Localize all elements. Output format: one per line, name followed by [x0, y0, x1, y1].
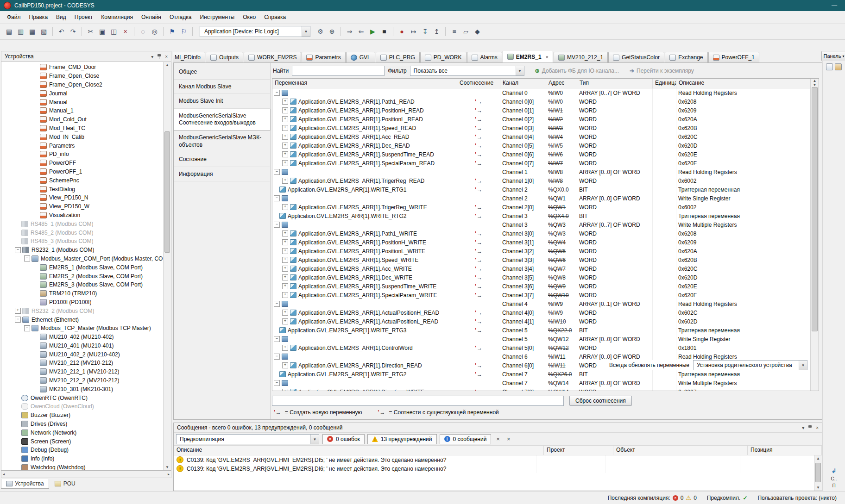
menu-project[interactable]: Проект [70, 12, 97, 22]
panel-menu-icon[interactable]: ▾ [151, 54, 153, 59]
expand-toggle[interactable]: + [282, 99, 288, 105]
mapping-variable-row[interactable]: +Application.GVL.EM2RS_ARR[1].Speed_WRIT… [272, 255, 811, 264]
message-row[interactable]: !C0139: Код 'GVL.EM2RS_ARR[GVL.HMI_EM2RS… [174, 455, 814, 464]
tree-item[interactable]: SchemePnc [3, 176, 163, 185]
scroll-up-icon[interactable]: ▲ [164, 63, 171, 67]
tree-item[interactable]: EM2RS_3 (Modbus Slave, COM Port) [3, 280, 163, 289]
mapping-variable-row[interactable]: +Application.GVL.EM2RS_ARR[1].Path1_READ… [272, 97, 811, 106]
filter-combo[interactable]: Показать все ▾ [410, 66, 524, 76]
reset-mapping-button[interactable]: Сброс соотнесения [569, 396, 632, 406]
save-project-icon[interactable]: ▦ [27, 26, 38, 37]
redo-icon[interactable]: ↷ [68, 26, 78, 37]
scroll-down-icon[interactable]: ▼ [814, 485, 822, 490]
expand-toggle[interactable]: + [282, 310, 288, 316]
menu-tools[interactable]: Инструменты [195, 12, 239, 22]
editor-page-item[interactable]: ModbusGenericSerialSlave Соотнесение вхо… [174, 109, 271, 131]
warnings-filter-button[interactable]: !13 предупреждений [367, 434, 437, 444]
expand-toggle[interactable]: + [282, 362, 288, 368]
tree-item[interactable]: TestDialog [3, 185, 163, 193]
scroll-right-icon[interactable]: ▸ [168, 472, 170, 476]
undo-icon[interactable]: ↶ [56, 26, 67, 37]
options-icon[interactable]: ◆ [472, 26, 483, 37]
mapping-variable-row[interactable]: +Application.GVL.EM2RS_ARR[1].PositionH_… [272, 238, 811, 247]
tree-item[interactable]: Visualization [3, 211, 163, 220]
scrollbar-thumb[interactable] [164, 131, 170, 253]
active-application-combo[interactable]: Application [Device: Plc Logic]▾ [200, 26, 310, 37]
mapping-channel-row[interactable]: −Channel 5%QW12ARRAY [0..0] OF WORDWrite… [272, 335, 811, 343]
editor-page-item[interactable]: Общее [174, 65, 270, 80]
tree-item[interactable]: MK210_301 (MK210-301) [3, 385, 163, 393]
replace-icon[interactable]: ◎ [149, 26, 160, 37]
tree-item[interactable]: −Ethernet (Ethernet) [3, 315, 163, 324]
add-fb-button[interactable]: ⊕ Добавить ФБ для IO-канала... [535, 68, 619, 74]
tree-item[interactable]: Screen (Screen) [3, 437, 163, 446]
tree-item[interactable]: PD100I (PD100I) [3, 298, 163, 307]
tree-item[interactable]: Buzzer (Buzzer) [3, 411, 163, 420]
tree-item[interactable]: Frame_CMD_Door [3, 63, 163, 72]
mapping-variable-row[interactable]: +Application.GVL.EM2RS_ARR[1].Path1_WRIT… [272, 229, 811, 238]
paste-icon[interactable]: ◫ [108, 26, 119, 37]
expand-toggle[interactable]: + [282, 266, 288, 272]
expand-toggle[interactable]: + [282, 248, 288, 254]
editor-tab[interactable]: GetStatusColor [608, 52, 664, 62]
scroll-down-icon[interactable]: ▼ [164, 465, 171, 469]
step-out-icon[interactable]: ↥ [431, 26, 442, 37]
editor-tab[interactable]: Exchange [665, 52, 707, 62]
delete-icon[interactable]: × [120, 26, 131, 37]
mapping-variable-row[interactable]: +Application.GVL.EM2RS_ARR[1].Dec_WRITE→… [272, 273, 811, 282]
tree-item[interactable]: PD_info [3, 150, 163, 159]
find-input[interactable] [292, 66, 385, 76]
tree-item[interactable]: MU210_401 (MU210-401) [3, 342, 163, 350]
scroll-up-icon[interactable]: ▲ [814, 456, 822, 460]
menu-window[interactable]: Окно [239, 12, 260, 22]
expand-toggle[interactable]: + [282, 239, 288, 245]
editor-page-item[interactable]: Канал Modbus Slave [174, 80, 270, 94]
mapping-variable-row[interactable]: +Application.GVL.EM2RS_ARR[1].ActualPosi… [272, 308, 811, 317]
mapping-variable-row[interactable]: Application.GVL.EM2RS_ARR[1].WRITE_RTG2→… [272, 370, 811, 379]
expand-toggle[interactable]: + [282, 125, 288, 131]
editor-tab[interactable]: MI_PDinfo [173, 52, 205, 62]
expand-toggle[interactable]: + [282, 274, 288, 280]
mapping-channel-row[interactable]: −Channel 4%IW9ARRAY [0..1] OF WORDRead H… [272, 299, 811, 308]
editor-page-item[interactable]: ModbusGenericSerialSlave МЭК-объектов [174, 131, 270, 152]
clear-all-messages-icon[interactable]: × [505, 436, 512, 442]
tree-item[interactable]: +RS232_2 (Modbus COM) [3, 306, 163, 315]
tree-item[interactable]: Watchdog (Watchdog) [3, 463, 163, 471]
editor-tab[interactable]: WORK_EM2RS [244, 52, 301, 62]
device-tree-hscrollbar[interactable]: ◂ ▸ [1, 471, 171, 478]
tree-item[interactable]: PowerOFF [3, 159, 163, 168]
always-update-combo[interactable]: Установка родительского устройства ▾ [693, 360, 807, 370]
mapping-channel-row[interactable]: −Channel 0%IW0ARRAY [0..7] OF WORDRead H… [272, 88, 811, 97]
expand-toggle[interactable]: + [282, 283, 288, 289]
tree-item[interactable]: Mod_Heat_TC [3, 124, 163, 133]
editor-tab[interactable]: PLC_PRG [376, 52, 420, 62]
tree-item[interactable]: Info (Info) [3, 454, 163, 463]
expand-toggle[interactable]: + [282, 151, 288, 157]
stop-icon[interactable]: ■ [379, 26, 390, 37]
tree-item[interactable]: RS485_2 (Modbus COM) [3, 228, 163, 237]
editor-tab[interactable]: PD_WORK [420, 52, 467, 62]
mapping-variable-row[interactable]: +Application.GVL.EM2RS_ARR[1].PositionL_… [272, 247, 811, 255]
minimize-button[interactable]: — [827, 2, 841, 9]
mapping-footer-input[interactable] [272, 396, 564, 406]
expand-toggle[interactable]: − [24, 255, 30, 261]
tree-item[interactable]: MV210_212_1 (MV210-212) [3, 367, 163, 376]
mapping-variable-row[interactable]: +Application.GVL.EM2RS_ARR[1].SpecialPar… [272, 159, 811, 168]
menu-help[interactable]: Справка [260, 12, 290, 22]
bottom-tab-devices[interactable]: Устройства [1, 479, 49, 489]
pin-icon[interactable] [157, 54, 161, 59]
bottom-tab-pou[interactable]: POU [50, 479, 80, 488]
tree-item[interactable]: MU210_402 (MU210-402) [3, 333, 163, 342]
mapping-variable-row[interactable]: +Application.GVL.EM2RS_ARR[1].SuspendTim… [272, 150, 811, 159]
tree-item[interactable]: −RS232_1 (Modbus COM) [3, 246, 163, 255]
expand-toggle[interactable]: + [282, 345, 288, 351]
mapping-variable-row[interactable]: +Application.GVL.EM2RS_ARR[1].PositionL_… [272, 115, 811, 124]
generate-code-icon[interactable]: ⊕ [327, 26, 337, 37]
mapping-variable-row[interactable]: +Application.GVL.EM2RS_ARR[1].ActualPosi… [272, 317, 811, 326]
mapping-channel-row[interactable]: −Channel 2%QW1ARRAY [0..0] OF WORDWrite … [272, 194, 811, 203]
mapping-variable-row[interactable]: +Application.GVL.EM2RS_ARR[1].Acc_WRITE→… [272, 264, 811, 273]
mapping-channel-row[interactable]: −Channel 3%QW3ARRAY [0..7] OF WORDWrite … [272, 220, 811, 229]
flow-control-icon[interactable]: ≡ [449, 26, 460, 37]
close-icon[interactable]: × [816, 425, 819, 430]
tree-item[interactable]: MU210_402_2 (MU210-402) [3, 350, 163, 359]
